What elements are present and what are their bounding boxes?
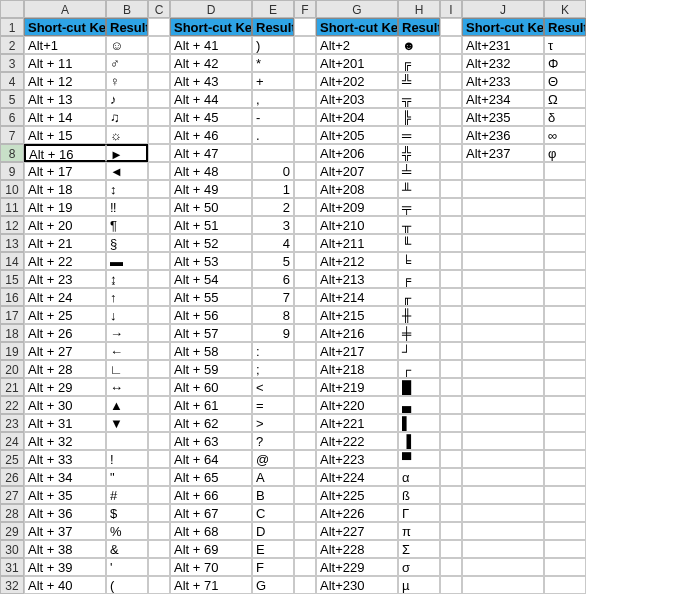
cell-C23[interactable] bbox=[148, 414, 170, 432]
col-header-E[interactable]: E bbox=[252, 0, 294, 18]
cell-H8[interactable]: ╬ bbox=[398, 144, 440, 162]
cell-B13[interactable]: § bbox=[106, 234, 148, 252]
col-header-A[interactable]: A bbox=[24, 0, 106, 18]
cell-H19[interactable]: ┘ bbox=[398, 342, 440, 360]
cell-I3[interactable] bbox=[440, 54, 462, 72]
cell-A29[interactable]: Alt + 37 bbox=[24, 522, 106, 540]
row-header-19[interactable]: 19 bbox=[0, 342, 24, 360]
cell-K28[interactable] bbox=[544, 504, 586, 522]
cell-F1[interactable] bbox=[294, 18, 316, 36]
cell-K2[interactable]: τ bbox=[544, 36, 586, 54]
cell-I16[interactable] bbox=[440, 288, 462, 306]
cell-C14[interactable] bbox=[148, 252, 170, 270]
cell-E9[interactable]: 0 bbox=[252, 162, 294, 180]
cell-E14[interactable]: 5 bbox=[252, 252, 294, 270]
cell-C26[interactable] bbox=[148, 468, 170, 486]
cell-G2[interactable]: Alt+2 bbox=[316, 36, 398, 54]
cell-D10[interactable]: Alt + 49 bbox=[170, 180, 252, 198]
cell-J6[interactable]: Alt+235 bbox=[462, 108, 544, 126]
cell-G11[interactable]: Alt+209 bbox=[316, 198, 398, 216]
cell-H5[interactable]: ╦ bbox=[398, 90, 440, 108]
cell-F16[interactable] bbox=[294, 288, 316, 306]
cell-A10[interactable]: Alt + 18 bbox=[24, 180, 106, 198]
row-header-4[interactable]: 4 bbox=[0, 72, 24, 90]
cell-K8[interactable]: φ bbox=[544, 144, 586, 162]
cell-F18[interactable] bbox=[294, 324, 316, 342]
cell-A16[interactable]: Alt + 24 bbox=[24, 288, 106, 306]
cell-H4[interactable]: ╩ bbox=[398, 72, 440, 90]
cell-J15[interactable] bbox=[462, 270, 544, 288]
cell-K10[interactable] bbox=[544, 180, 586, 198]
cell-J28[interactable] bbox=[462, 504, 544, 522]
cell-F31[interactable] bbox=[294, 558, 316, 576]
cell-D5[interactable]: Alt + 44 bbox=[170, 90, 252, 108]
cell-A14[interactable]: Alt + 22 bbox=[24, 252, 106, 270]
cell-E22[interactable]: = bbox=[252, 396, 294, 414]
cell-K30[interactable] bbox=[544, 540, 586, 558]
cell-D23[interactable]: Alt + 62 bbox=[170, 414, 252, 432]
cell-J8[interactable]: Alt+237 bbox=[462, 144, 544, 162]
cell-J13[interactable] bbox=[462, 234, 544, 252]
cell-C17[interactable] bbox=[148, 306, 170, 324]
cell-H32[interactable]: µ bbox=[398, 576, 440, 594]
cell-C8[interactable] bbox=[148, 144, 170, 162]
cell-K25[interactable] bbox=[544, 450, 586, 468]
cell-A30[interactable]: Alt + 38 bbox=[24, 540, 106, 558]
cell-C5[interactable] bbox=[148, 90, 170, 108]
cell-E4[interactable]: + bbox=[252, 72, 294, 90]
cell-I4[interactable] bbox=[440, 72, 462, 90]
cell-B26[interactable]: " bbox=[106, 468, 148, 486]
cell-J5[interactable]: Alt+234 bbox=[462, 90, 544, 108]
row-header-1[interactable]: 1 bbox=[0, 18, 24, 36]
cell-H26[interactable]: α bbox=[398, 468, 440, 486]
row-header-18[interactable]: 18 bbox=[0, 324, 24, 342]
cell-K13[interactable] bbox=[544, 234, 586, 252]
col-header-F[interactable]: F bbox=[294, 0, 316, 18]
cell-A23[interactable]: Alt + 31 bbox=[24, 414, 106, 432]
cell-H13[interactable]: ╙ bbox=[398, 234, 440, 252]
cell-C31[interactable] bbox=[148, 558, 170, 576]
cell-B25[interactable]: ! bbox=[106, 450, 148, 468]
cell-B2[interactable]: ☺ bbox=[106, 36, 148, 54]
cell-G22[interactable]: Alt+220 bbox=[316, 396, 398, 414]
cell-G3[interactable]: Alt+201 bbox=[316, 54, 398, 72]
cell-H18[interactable]: ╪ bbox=[398, 324, 440, 342]
cell-I18[interactable] bbox=[440, 324, 462, 342]
row-header-5[interactable]: 5 bbox=[0, 90, 24, 108]
cell-A6[interactable]: Alt + 14 bbox=[24, 108, 106, 126]
cell-D2[interactable]: Alt + 41 bbox=[170, 36, 252, 54]
cell-F6[interactable] bbox=[294, 108, 316, 126]
cell-J11[interactable] bbox=[462, 198, 544, 216]
cell-G7[interactable]: Alt+205 bbox=[316, 126, 398, 144]
cell-B18[interactable]: → bbox=[106, 324, 148, 342]
cell-K3[interactable]: Φ bbox=[544, 54, 586, 72]
cell-F2[interactable] bbox=[294, 36, 316, 54]
cell-F22[interactable] bbox=[294, 396, 316, 414]
cell-E20[interactable]: ; bbox=[252, 360, 294, 378]
row-header-7[interactable]: 7 bbox=[0, 126, 24, 144]
col-header-D[interactable]: D bbox=[170, 0, 252, 18]
cell-I8[interactable] bbox=[440, 144, 462, 162]
row-header-12[interactable]: 12 bbox=[0, 216, 24, 234]
cell-K7[interactable]: ∞ bbox=[544, 126, 586, 144]
cell-F29[interactable] bbox=[294, 522, 316, 540]
cell-B6[interactable]: ♫ bbox=[106, 108, 148, 126]
cell-J26[interactable] bbox=[462, 468, 544, 486]
cell-G14[interactable]: Alt+212 bbox=[316, 252, 398, 270]
cell-B22[interactable]: ▲ bbox=[106, 396, 148, 414]
cell-C20[interactable] bbox=[148, 360, 170, 378]
cell-A7[interactable]: Alt + 15 bbox=[24, 126, 106, 144]
cell-E24[interactable]: ? bbox=[252, 432, 294, 450]
cell-K16[interactable] bbox=[544, 288, 586, 306]
cell-J12[interactable] bbox=[462, 216, 544, 234]
cell-F9[interactable] bbox=[294, 162, 316, 180]
cell-K29[interactable] bbox=[544, 522, 586, 540]
cell-C19[interactable] bbox=[148, 342, 170, 360]
cell-H2[interactable]: ☻ bbox=[398, 36, 440, 54]
cell-A17[interactable]: Alt + 25 bbox=[24, 306, 106, 324]
cell-D32[interactable]: Alt + 71 bbox=[170, 576, 252, 594]
cell-F30[interactable] bbox=[294, 540, 316, 558]
cell-E19[interactable]: : bbox=[252, 342, 294, 360]
cell-K9[interactable] bbox=[544, 162, 586, 180]
cell-E18[interactable]: 9 bbox=[252, 324, 294, 342]
